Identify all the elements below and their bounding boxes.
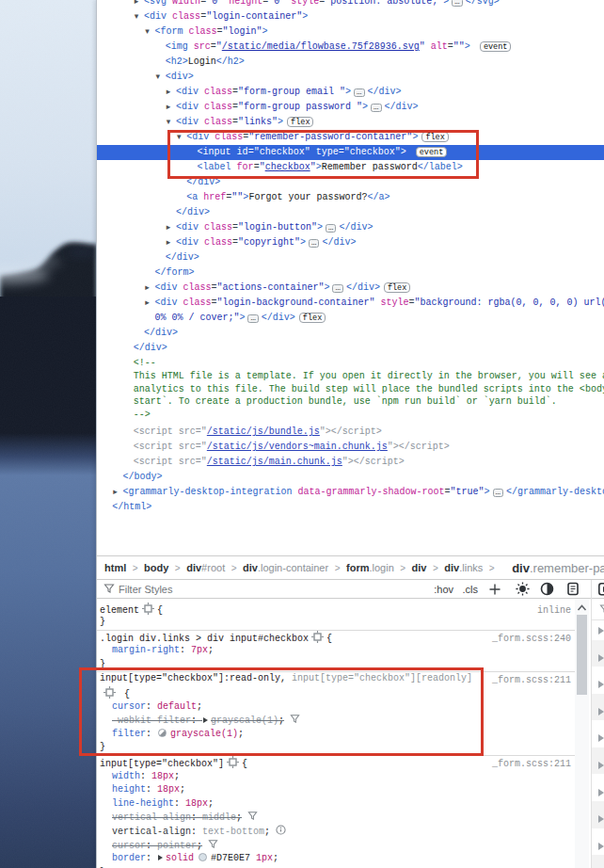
tree-row[interactable]: </body> [97,470,604,485]
tree-row[interactable]: <img src="/static/media/flowbase.75f2893… [97,40,604,55]
expand-arrow-icon[interactable] [598,843,604,850]
expand-arrow-icon[interactable]: ▸ [164,85,173,100]
expand-shorthand-icon[interactable] [158,855,163,860]
computed-property-row[interactable] [592,747,604,775]
expand-arrow-icon[interactable]: ▸ [132,0,141,9]
contrast-half-circle-icon[interactable] [540,580,554,598]
elements-tree[interactable]: ▸<svg width="0" height="0" style="positi… [97,0,604,555]
computed-property-row[interactable] [592,694,604,721]
computed-property-row[interactable] [592,667,604,694]
collapsed-content-ellipsis-button[interactable]: … [371,104,381,112]
breadcrumb-item[interactable]: div.links [444,562,483,573]
collapse-arrow-icon[interactable]: ▾ [153,70,163,85]
collapsed-content-ellipsis-button[interactable]: … [247,314,258,323]
color-swatch[interactable] [199,853,207,861]
toggle-element-state-button[interactable]: :hov [434,584,453,595]
flex-badge[interactable]: flex [287,117,313,127]
new-style-rule-plus-icon[interactable] [488,580,501,598]
breadcrumb-item[interactable]: div#root [186,562,225,573]
computed-property-row[interactable] [592,775,604,802]
tree-row[interactable]: ▸<div class="login-button">…</div> [97,220,604,235]
expand-arrow-icon[interactable] [598,789,604,796]
selector-target-icon[interactable] [224,759,242,769]
computed-property-row[interactable] [592,855,604,868]
collapsed-content-ellipsis-button[interactable]: … [452,0,462,7]
computed-property-row[interactable] [592,801,604,828]
rule-selector[interactable]: .login div.links > div input#checkbox{_f… [97,631,575,645]
expand-arrow-icon[interactable]: ▸ [164,235,173,250]
tree-row[interactable]: ▸<div class="form-group email ">…</div> [97,85,604,100]
tree-row[interactable]: <script src="/static/js/bundle.js"></scr… [97,425,604,440]
tree-row[interactable]: analytics to this file. The build step w… [97,383,604,396]
flex-badge[interactable]: flex [384,282,410,293]
tree-row[interactable]: ▸<grammarly-desktop-integration data-gra… [97,485,604,500]
tree-row[interactable]: ▸<div class="copyright">…</div> [97,235,604,250]
flex-badge[interactable]: flex [299,313,326,323]
tree-row[interactable]: </div> [97,326,604,341]
selector-target-icon[interactable] [139,605,157,616]
tree-row[interactable]: <h2>Login</h2> [97,55,604,70]
breadcrumb-item[interactable]: div.remember-password-container [512,561,604,575]
tree-row[interactable]: </html> [97,500,604,515]
tree-row[interactable]: <script src="/static/js/main.chunk.js"><… [97,455,604,470]
breadcrumb-item[interactable]: html [104,562,126,573]
expand-arrow-icon[interactable]: ▸ [111,485,120,500]
rule-selector[interactable]: element{inline [97,603,575,617]
element-classes-button[interactable]: .cls [463,584,479,595]
document-icon[interactable] [566,580,580,598]
expand-arrow-icon[interactable]: ▸ [164,220,173,235]
filter-funnel-icon[interactable] [103,581,115,598]
selector-target-icon[interactable] [309,634,326,644]
collapse-arrow-icon[interactable]: ▾ [164,115,173,130]
tree-row[interactable]: --> [97,409,604,422]
expand-arrow-icon[interactable]: ▸ [164,100,173,115]
styles-scrollbar[interactable] [575,599,589,868]
computed-property-row[interactable] [592,828,604,856]
expand-arrow-icon[interactable] [598,815,604,823]
breadcrumb-item[interactable]: body [144,562,168,573]
tree-row[interactable]: start`. To create a production bundle, u… [97,395,604,409]
tree-row[interactable]: This HTML file is a template. If you ope… [97,370,604,383]
tree-row[interactable]: ▸<div class="form-group password ">…</di… [97,100,604,115]
tree-row[interactable]: ▸<svg width="0" height="0" style="positi… [97,0,604,9]
expand-arrow-icon[interactable] [598,762,604,769]
event-badge[interactable]: event [480,41,512,52]
tree-row[interactable]: ▾<div class="links">flex [97,115,604,130]
expand-arrow-icon[interactable] [598,734,604,742]
css-property[interactable]: width: 18px; [97,770,575,784]
breadcrumb-item[interactable]: div [412,562,427,573]
collapsed-content-ellipsis-button[interactable]: … [493,489,503,497]
rule-selector[interactable]: input[type="checkbox"]{_form.scss:211 [97,756,575,770]
css-property[interactable]: vertical-align: middle; [97,811,575,825]
expand-arrow-icon[interactable] [598,708,604,715]
breadcrumb-item[interactable]: form.login [346,562,394,573]
css-property[interactable]: border: solid#D7E0E7 1px; [97,852,575,866]
computed-property-row[interactable] [592,640,604,667]
tree-row[interactable]: </div> [97,250,604,265]
tree-row[interactable]: ▾<div> [97,70,604,85]
css-property[interactable]: height: 18px; [97,783,575,797]
tree-row[interactable]: </div> [97,341,604,356]
tree-row[interactable]: <script src="/static/js/vendors~main.chu… [97,440,604,455]
tree-row[interactable]: ▸<div class="login-background-container"… [97,296,604,311]
computed-property-row[interactable] [592,613,604,640]
computed-property-row[interactable] [592,720,604,747]
tree-row[interactable]: </form> [97,265,604,281]
filter-styles-input[interactable]: Filter Styles [119,584,172,595]
tree-row[interactable]: <a href="">Forgot your password?</a> [97,190,604,205]
css-property[interactable]: margin-right: 7px; [97,644,575,658]
expand-arrow-icon[interactable] [598,654,604,662]
collapse-arrow-icon[interactable]: ▾ [132,9,141,24]
expand-arrow-icon[interactable]: ▸ [142,281,151,296]
collapse-arrow-icon[interactable]: ▾ [142,24,151,40]
tree-row[interactable]: ▾<form class="login"> [97,24,604,40]
css-property[interactable]: line-height: 18px; [97,797,575,812]
collapsed-content-ellipsis-button[interactable]: … [326,224,336,233]
brightness-sun-icon[interactable] [516,580,530,598]
collapsed-content-ellipsis-button[interactable]: … [309,239,319,248]
tree-row[interactable]: ▾<div class="login-container"> [97,9,604,24]
breadcrumb-item[interactable]: div.login-container [243,562,328,573]
tree-row[interactable]: <!-- [97,356,604,370]
css-property[interactable]: vertical-align: text-bottom; [97,825,575,839]
tree-row[interactable]: 0% 0% / cover;">…</div>flex [97,311,604,326]
